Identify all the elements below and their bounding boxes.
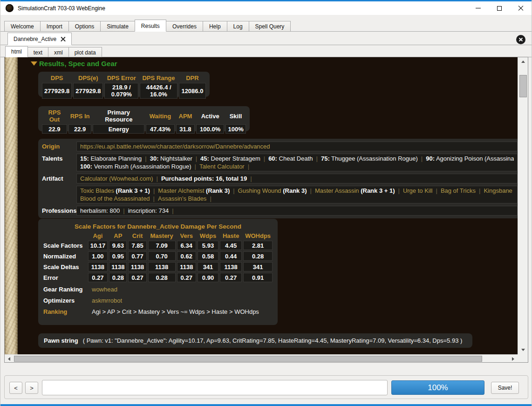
info-item: 90: Agonizing Poison (Assassination: [426, 155, 514, 162]
tab-log[interactable]: Log: [227, 21, 249, 32]
rps-header-cell: APM: [176, 109, 195, 123]
view-tab-plot-data[interactable]: plot data: [68, 47, 102, 57]
info-link[interactable]: Gushing Wound: [238, 187, 281, 194]
tab-options[interactable]: Options: [68, 21, 101, 32]
gear-ranking-link[interactable]: wowhead: [92, 286, 117, 293]
info-text: Elaborate Planning: [89, 155, 142, 162]
ranking-value: Agi > AP > Crit > Mastery > Vers ~= Wdps…: [92, 308, 259, 315]
scale-value-cell: 0.27: [177, 273, 196, 282]
info-link[interactable]: https://eu.api.battle.net/wow/character/…: [80, 143, 270, 150]
optimizers-link[interactable]: askmrrobot: [92, 297, 122, 304]
scroll-up-button[interactable]: [518, 57, 528, 66]
view-tab-xml[interactable]: xml: [48, 47, 69, 57]
rps-value-row: 22.922.9Energy47.43%31.8100.0%100%: [42, 124, 246, 134]
scale-value-row: Error0.270.280.270.280.270.900.270.91: [43, 273, 273, 282]
dps-header-cell: DPS: [42, 74, 72, 81]
window-accent-bottom: [0, 404, 532, 406]
info-link[interactable]: Calculator (Wowhead.com): [80, 175, 153, 182]
result-tab-dannebre-active[interactable]: Dannebre_Active: [7, 33, 72, 45]
pawn-string-value: ( Pawn: v1: "Dannebre_Active": Agility=1…: [83, 337, 463, 344]
scale-value-cell: 0.95: [109, 251, 127, 261]
info-link[interactable]: Urge to Kill: [403, 187, 433, 194]
scale-value-cell: 2.81: [243, 241, 273, 250]
rps-header-cell: Active: [196, 109, 224, 123]
info-link[interactable]: Master Alchemist: [158, 187, 204, 194]
scroll-right-button[interactable]: [509, 355, 518, 363]
close-all-results-button[interactable]: [516, 35, 525, 44]
close-button[interactable]: [510, 1, 532, 15]
view-tab-bar: html text xml plot data: [5, 46, 102, 57]
info-text: 45:: [200, 155, 209, 162]
separator: |: [145, 155, 146, 162]
scroll-down-button[interactable]: [518, 345, 528, 354]
separator: |: [421, 155, 423, 162]
resource-summary-table: RPS OutRPS InPrimary ResourceWaitingAPMA…: [38, 106, 250, 131]
info-link[interactable]: Bag of Tricks: [441, 187, 476, 194]
tab-spell-query[interactable]: Spell Query: [249, 21, 291, 32]
info-item: herbalism: 800: [80, 207, 120, 214]
info-item: 100: Venom Rush (Assassination Rogue): [80, 163, 191, 170]
rps-header-cell: Skill: [225, 109, 246, 123]
vertical-scrollbar-thumb[interactable]: [519, 75, 527, 97]
info-row: Toxic Blades (Rank 3 + 1)|Master Alchemi…: [42, 186, 518, 203]
info-text: Agonizing Poison (Assassination: [435, 155, 514, 162]
back-button[interactable]: <: [9, 382, 22, 394]
info-row-value: https://eu.api.battle.net/wow/character/…: [76, 142, 518, 151]
separator: |: [316, 155, 318, 162]
arrow-right-icon: [512, 357, 514, 361]
info-item: Toxic Blades (Rank 3 + 1): [80, 187, 150, 194]
forward-button[interactable]: >: [25, 382, 38, 394]
info-link[interactable]: Blood of the Assassinated: [80, 195, 150, 202]
info-link[interactable]: Toxic Blades: [80, 187, 114, 194]
horizontal-scrollbar-thumb[interactable]: [14, 356, 482, 362]
info-item: Blood of the Assassinated: [80, 195, 150, 202]
info-text: 90:: [426, 155, 435, 162]
rps-value-cell: 22.9: [42, 124, 67, 134]
save-button[interactable]: Save!: [491, 382, 519, 394]
scale-value-cell: 0.28: [243, 251, 273, 261]
info-text: (Rank 3 + 1): [114, 187, 150, 194]
titlebar: SimulationCraft 703-03 WebEngine: [0, 1, 532, 15]
scale-value-cell: 1.00: [88, 251, 108, 261]
info-line: https://eu.api.battle.net/wow/character/…: [80, 142, 514, 150]
tab-results[interactable]: Results: [135, 20, 166, 32]
scale-header-cell: AP: [109, 232, 127, 239]
arrow-left-icon: [8, 357, 10, 361]
tab-welcome[interactable]: Welcome: [4, 21, 41, 32]
minimize-button[interactable]: [467, 1, 489, 15]
tab-overrides[interactable]: Overrides: [166, 21, 203, 32]
url-input[interactable]: [42, 380, 388, 395]
info-link[interactable]: Talent Calculator: [199, 163, 245, 170]
info-item: 60: Cheat Death: [268, 155, 313, 162]
info-text: 30:: [150, 155, 159, 162]
rps-header-cell: RPS Out: [42, 109, 67, 123]
close-tab-icon[interactable]: [61, 36, 66, 41]
info-item: 75: Thuggee (Assassination Rogue): [321, 155, 418, 162]
progress-button[interactable]: 100%: [391, 380, 484, 395]
info-text: Purchased points: 16, total 19: [161, 175, 247, 182]
section-heading[interactable]: Results, Spec and Gear: [31, 60, 117, 68]
info-link[interactable]: Assassin's Blades: [158, 195, 206, 202]
view-tab-html[interactable]: html: [5, 46, 28, 57]
info-link[interactable]: Kingsbane: [484, 187, 512, 194]
tab-import[interactable]: Import: [40, 21, 69, 32]
info-text: Thuggee (Assassination Rogue): [330, 155, 418, 162]
scale-value-cell: 7.85: [128, 241, 146, 250]
horizontal-scrollbar[interactable]: [5, 354, 518, 362]
scale-header-row: AgiAPCritMasteryVersWdpsHasteWOHdps: [43, 232, 273, 239]
info-link[interactable]: Master Assassin: [315, 187, 359, 194]
minimize-icon: [476, 8, 481, 8]
view-tab-text[interactable]: text: [27, 47, 48, 57]
vertical-scrollbar[interactable]: [518, 57, 528, 354]
tab-simulate[interactable]: Simulate: [100, 21, 135, 32]
scroll-left-button[interactable]: [5, 355, 14, 363]
info-item: Bag of Tricks: [441, 187, 476, 194]
tab-help[interactable]: Help: [203, 21, 227, 32]
maximize-button[interactable]: [489, 1, 510, 15]
separator: |: [210, 195, 211, 202]
dps-summary-table: DPSDPS(e)DPS ErrorDPS RangeDPR277929.827…: [38, 72, 210, 97]
scale-value-cell: 1138: [177, 262, 196, 271]
scale-header-cell: WOHdps: [243, 232, 273, 239]
info-line: 15: Elaborate Planning|30: Nightstalker|…: [80, 155, 514, 162]
scale-value-cell: 0.58: [198, 251, 218, 261]
